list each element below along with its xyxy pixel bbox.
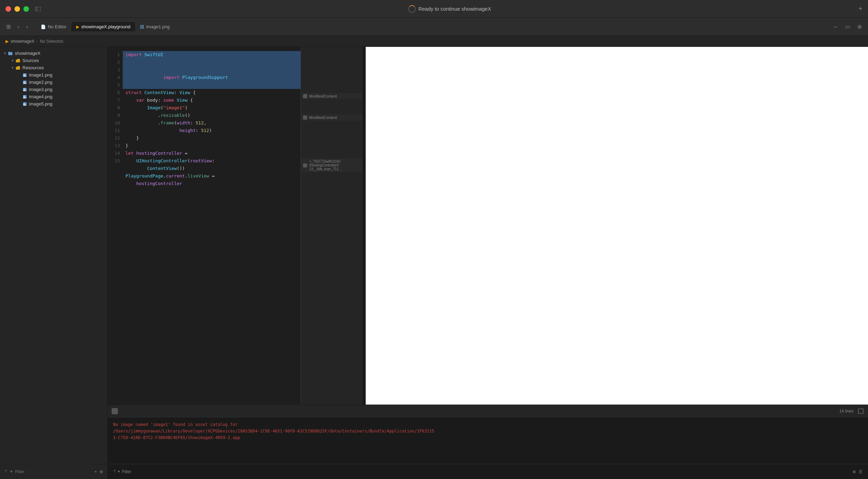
split-view-icon[interactable]: ▭ [843, 22, 852, 31]
filter-chevron-icon: ▾ [10, 469, 12, 474]
image5-label: image5.png [29, 101, 52, 106]
status-bar: 14 lines [108, 405, 868, 417]
grid-view-icon[interactable]: ⊞ [4, 22, 13, 31]
image5-file-icon [23, 102, 27, 106]
add-editor-icon[interactable]: ⊕ [855, 22, 864, 31]
line-count: 14 lines [839, 409, 854, 414]
console-filter-label: Filter [122, 469, 131, 474]
sources-folder-icon [16, 58, 20, 63]
filter-options-icon[interactable]: ⊕ [100, 469, 103, 474]
console-output: No image named 'image1' found in asset c… [108, 417, 868, 464]
image2-label: image2.png [29, 80, 52, 85]
code-lines[interactable]: import SwiftUI import PlaygroundSupport … [123, 47, 301, 405]
code-line-19: hostingController [123, 180, 301, 187]
minimize-button[interactable] [14, 6, 20, 12]
image4-label: image4.png [29, 94, 52, 99]
image3-file-icon [23, 88, 27, 92]
preview-area [365, 47, 868, 405]
tab-no-editor-label: No Editor [48, 24, 67, 29]
resources-chevron-icon: ▾ [12, 66, 13, 70]
result-icon-1 [303, 94, 307, 98]
sidebar-file-tree: ▾ showimageX ▾ Sources ▾ Resources [0, 47, 107, 464]
sidebar-item-project[interactable]: ▾ showimageX [0, 50, 107, 57]
nav-back-button[interactable]: ‹ [16, 22, 21, 31]
tab-playground-label: showimageX.playground [81, 24, 130, 29]
sidebar-item-sources[interactable]: ▾ Sources [0, 57, 107, 64]
result-label-3: <_TtGC7SwiftUI19UIHostingControllerV13__… [309, 160, 341, 171]
nav-forward-button[interactable]: › [24, 22, 30, 31]
tab-no-editor[interactable]: 📄 No Editor [36, 22, 71, 31]
stop-button[interactable] [112, 408, 118, 414]
breadcrumb-bar: ▶ showimageX › No Selection [0, 36, 868, 47]
sidebar-item-image3[interactable]: image3.png [0, 86, 107, 93]
code-line-2: import PlaygroundSupport [123, 59, 301, 89]
image4-file-icon [23, 95, 27, 99]
code-line-17: ContentView()) [123, 165, 301, 172]
result-item-1: ModifiedContent [301, 93, 363, 99]
editor-main: 12345 678910 1112131415 import SwiftUI i… [108, 47, 868, 405]
code-line-5: struct ContentView: View { [123, 89, 301, 96]
sidebar-filter-input[interactable] [15, 469, 92, 474]
loading-spinner [408, 5, 416, 13]
project-icon [8, 51, 13, 56]
close-button[interactable] [6, 6, 11, 12]
console-options-icon: ☰ [859, 469, 862, 474]
line-numbers: 12345 678910 1112131415 [108, 47, 123, 405]
code-editor[interactable]: 12345 678910 1112131415 import SwiftUI i… [108, 47, 301, 405]
sidebar-item-image2[interactable]: image2.png [0, 79, 107, 86]
console-filter-chevron: ▾ [118, 469, 120, 474]
playground-breadcrumb-icon: ▶ [6, 39, 9, 44]
console-filter-icon: ⊤ [113, 469, 117, 474]
image3-label: image3.png [29, 87, 52, 92]
result-icon-2 [303, 115, 307, 120]
add-tab-button[interactable]: + [858, 5, 862, 13]
breadcrumb-location: No Selection [40, 39, 63, 44]
svg-rect-13 [858, 409, 863, 414]
code-line-10: height: 512) [123, 127, 301, 134]
sidebar-filter-bar: ⊤ ▾ + ⊕ [0, 464, 107, 479]
filter-add-icon[interactable]: + [94, 469, 97, 474]
chevron-down-icon: ▾ [4, 51, 6, 55]
code-line-18: PlaygroundPage.current.liveView = [123, 172, 301, 180]
sidebar-item-image1[interactable]: image1.png [0, 71, 107, 79]
filter-icon: ⊤ [4, 469, 8, 474]
inspector-toggle-icon[interactable]: ↔ [831, 22, 840, 31]
breadcrumb-project[interactable]: showimageX [11, 39, 34, 44]
maximize-button[interactable] [23, 6, 29, 12]
code-line-11: } [123, 134, 301, 142]
console-error-text: No image named 'image1' found in asset c… [113, 422, 434, 440]
image1-tab-icon: 🖼 [140, 24, 144, 29]
sidebar-toggle-icon[interactable] [35, 6, 41, 12]
code-line-15: let hostingController = [123, 150, 301, 157]
result-item-2: ModifiedContent [301, 114, 363, 121]
image1-file-icon [23, 73, 27, 77]
canvas-size-icon[interactable] [858, 408, 864, 414]
playground-icon: ▶ [76, 24, 79, 29]
tab-playground[interactable]: ▶ showimageX.playground [71, 22, 135, 31]
code-line-1: import SwiftUI [123, 51, 301, 59]
code-line-9: .frame(width: 512, [123, 119, 301, 127]
sidebar: ▾ showimageX ▾ Sources ▾ Resources [0, 47, 108, 479]
result-icon-3 [303, 163, 307, 167]
result-label-1: ModifiedContent [309, 94, 337, 98]
breadcrumb-sep: › [37, 39, 38, 44]
sidebar-item-image5[interactable]: image5.png [0, 100, 107, 108]
sidebar-item-resources[interactable]: ▾ Resources [0, 64, 107, 71]
code-line-12: } [123, 142, 301, 150]
code-line-16: UIHostingController(rootView: [123, 157, 301, 165]
image2-file-icon [23, 80, 27, 84]
results-sidebar: ModifiedContent ModifiedContent <_T [301, 47, 363, 405]
result-label-2: ModifiedContent [309, 115, 337, 120]
title-bar: Ready to continue showimageX + [0, 0, 868, 18]
svg-rect-0 [35, 7, 41, 11]
sidebar-item-image4[interactable]: image4.png [0, 93, 107, 100]
main-content: ▾ showimageX ▾ Sources ▾ Resources [0, 47, 868, 479]
tab-bar: 📄 No Editor ▶ showimageX.playground 🖼 im… [36, 22, 828, 31]
code-line-8: .resizable() [123, 112, 301, 119]
editor-area: 12345 678910 1112131415 import SwiftUI i… [108, 47, 868, 479]
traffic-lights [6, 6, 41, 12]
console-right-icon: ⊕ [852, 469, 856, 474]
tab-image1[interactable]: 🖼 image1.png [135, 22, 174, 31]
code-line-6: var body: some View { [123, 96, 301, 104]
code-content: 12345 678910 1112131415 import SwiftUI i… [108, 47, 301, 405]
